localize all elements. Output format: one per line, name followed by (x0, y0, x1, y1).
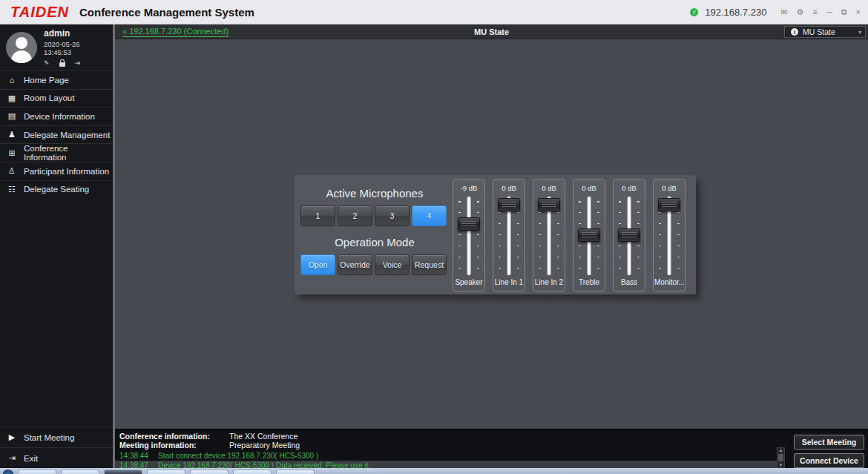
slider-track[interactable] (493, 197, 525, 275)
log-row[interactable]: 14:38:44 Start connect device:192.168.7.… (115, 451, 781, 461)
view-selector-label: MU State (803, 27, 835, 36)
conference-info-label: Conference information: (119, 432, 229, 441)
restore-icon[interactable]: ⧉ (841, 8, 847, 16)
slider-track[interactable] (654, 197, 685, 275)
start-orb-icon[interactable] (3, 470, 13, 474)
slider-value: 0 dB (662, 184, 677, 192)
mic-button[interactable]: 2 (338, 205, 372, 226)
sidebar-footer: ▶ Start Meeting ⇥ Exit (0, 427, 113, 468)
play-icon: ▶ (6, 432, 18, 442)
scroll-up-icon[interactable]: ▲ (779, 448, 783, 452)
menu-icon[interactable]: ≡ (812, 8, 817, 16)
slider-track[interactable] (573, 197, 605, 275)
slider-track[interactable] (453, 197, 484, 275)
sidebar-item[interactable]: ▤ Device Information (0, 107, 113, 125)
lock-icon[interactable] (59, 62, 65, 67)
slider-ticks (659, 201, 661, 271)
sidebar-footer-item[interactable]: ▶ Start Meeting (0, 427, 113, 447)
sidebar-footer-item[interactable]: ⇥ Exit (0, 447, 113, 468)
login-datetime: 2020-05-26 13:45:53 (44, 40, 107, 56)
meeting-info-label: Meeting information: (119, 441, 229, 450)
taskbar-button[interactable] (147, 470, 185, 474)
mic-button[interactable]: 4 (412, 205, 447, 226)
mic-button[interactable]: 3 (375, 205, 410, 226)
mode-button[interactable]: Voice (375, 254, 410, 275)
close-icon[interactable]: × (856, 8, 861, 16)
slider-label: Bass (621, 278, 637, 286)
slider-value: 0 dB (582, 184, 596, 192)
mu-control-panel: Active Microphones 1 2 3 4 Operation Mod… (295, 176, 696, 294)
status-action-button[interactable]: Select Meeting (794, 435, 864, 450)
mail-icon[interactable]: ✉ (780, 8, 787, 16)
slider-ticks (557, 201, 559, 271)
connection-status-icon: ✓ (690, 8, 698, 16)
log-message: Start connect device:192.168.7.230( HCS-… (158, 452, 318, 460)
slider-value: 0 dB (542, 184, 556, 192)
user-card: admin 2020-05-26 13:45:53 ✎ ⇥ (0, 24, 113, 70)
slider-ticks (517, 201, 519, 271)
chevron-down-icon: ▾ (858, 29, 861, 36)
sidebar-item-label: Start Meeting (24, 433, 74, 442)
sidebar-item[interactable]: ☷ Delegate Seating (0, 180, 113, 199)
mode-button[interactable]: Open (300, 254, 335, 275)
operation-mode-buttons: Open Override Voice Request (300, 254, 449, 275)
sidebar-item[interactable]: ⌂ Home Page (0, 70, 113, 89)
slider-handle[interactable] (458, 217, 480, 231)
status-buttons: Select Meeting Connect Device (794, 435, 864, 468)
active-mic-buttons: 1 2 3 4 (300, 205, 449, 226)
settings-icon[interactable]: ⚙ (797, 8, 804, 16)
sidebar-item[interactable]: ▦ Room Layout (0, 89, 113, 108)
mode-button[interactable]: Override (338, 254, 372, 275)
taskbar-button[interactable] (104, 470, 142, 474)
taskbar[interactable] (0, 468, 868, 474)
home-icon: ⌂ (6, 76, 18, 85)
slider-handle[interactable] (578, 228, 600, 242)
taskbar-button[interactable] (276, 470, 315, 474)
slider: 0 dB Treble (573, 179, 605, 292)
slider-handle[interactable] (538, 198, 560, 211)
slider-handle[interactable] (498, 198, 520, 211)
slider-track[interactable] (533, 197, 565, 275)
view-selector-dropdown[interactable]: i MU State ▾ (784, 26, 866, 38)
log-timestamp: 14:38:44 (119, 452, 158, 460)
slider-value: -9 dB (461, 184, 478, 192)
minimize-icon[interactable]: ─ (826, 8, 832, 16)
slider-label: Line In 2 (535, 278, 563, 286)
slider: 0 dB Monitor... (653, 179, 685, 292)
slider-value: 0 dB (502, 184, 516, 192)
sidebar-item[interactable]: ⊞ Conference Information (0, 143, 113, 162)
taiden-logo: TAIDEN (10, 4, 69, 21)
slider-value: 0 dB (622, 184, 637, 192)
user-name: admin (44, 28, 107, 39)
slider-handle[interactable] (658, 198, 680, 211)
sidebar-item[interactable]: ♙ Participant Information (0, 162, 113, 180)
taskbar-button[interactable] (18, 470, 56, 474)
taskbar-button[interactable] (61, 470, 99, 474)
taskbar-button[interactable] (190, 470, 228, 474)
log-scrollbar[interactable]: ▲ ▼ (777, 447, 785, 468)
taskbar-button[interactable] (233, 470, 272, 474)
sidebar-item-label: Participant Information (24, 167, 109, 176)
scroll-down-icon[interactable]: ▼ (779, 463, 783, 467)
slider-track[interactable] (614, 197, 645, 275)
edit-profile-icon[interactable]: ✎ (44, 60, 50, 67)
sidebar-menu: ⌂ Home Page ▦ Room Layout ▤ Device Infor… (0, 70, 113, 198)
slider-ticks (458, 201, 461, 271)
slider-label: Speaker (455, 278, 482, 286)
mic-button[interactable]: 1 (300, 205, 335, 226)
sidebar-item[interactable]: ♟ Delegate Management (0, 125, 113, 144)
mode-button[interactable]: Request (412, 254, 447, 275)
slider-handle[interactable] (618, 228, 640, 242)
status-action-button[interactable]: Connect Device (794, 453, 864, 468)
connection-link[interactable]: « 192.168.7.230 (Connected) (122, 27, 228, 37)
exit-icon: ⇥ (6, 453, 18, 463)
delegate-icon: ♟ (6, 130, 18, 139)
avatar (6, 32, 37, 63)
slider-ticks (477, 201, 479, 271)
sidebar-item-label: Conference Information (24, 144, 113, 162)
active-microphones-title: Active Microphones (300, 187, 449, 200)
scrollbar-thumb[interactable] (778, 454, 783, 461)
sidebar: admin 2020-05-26 13:45:53 ✎ ⇥ ⌂ Home Pag… (0, 24, 113, 468)
view-header: « 192.168.7.230 (Connected) MU State i M… (115, 24, 868, 39)
logout-icon[interactable]: ⇥ (75, 60, 81, 67)
